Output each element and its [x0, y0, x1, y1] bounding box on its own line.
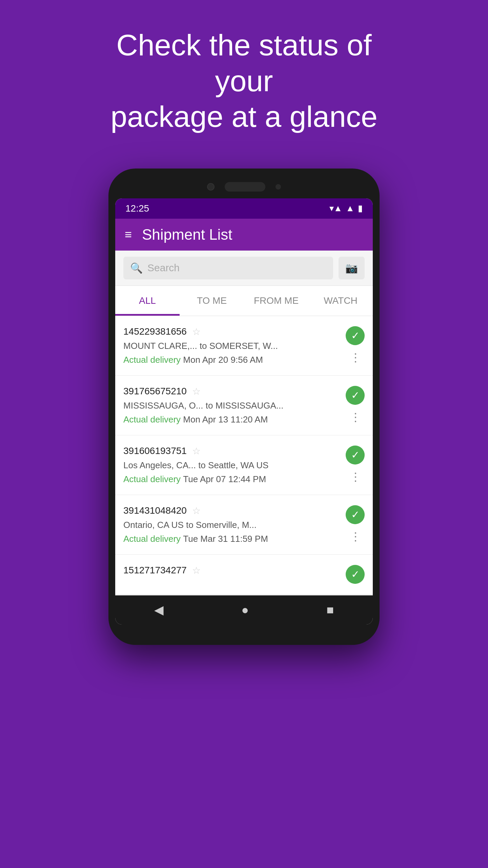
tracking-number: 391606193751	[123, 446, 187, 456]
delivered-check-icon: ✓	[346, 446, 365, 465]
shipment-item[interactable]: 145229381656 ☆ MOUNT CLARE,... to SOMERS…	[115, 316, 373, 376]
tracking-number: 391765675210	[123, 386, 187, 397]
delivered-check-icon: ✓	[346, 326, 365, 345]
phone-speaker	[225, 182, 265, 192]
nav-home-button[interactable]: ●	[241, 603, 249, 617]
status-icons: ▾▲ ▲ ▮	[329, 203, 363, 214]
tracking-number: 151271734277	[123, 565, 187, 576]
app-toolbar: ≡ Shipment List	[115, 219, 373, 251]
item-right: ✓ ⋮	[346, 505, 365, 543]
item-right: ✓	[346, 565, 365, 584]
shipment-info: 391606193751 ☆ Los Angeles, CA... to Sea…	[123, 446, 340, 485]
item-right: ✓ ⋮	[346, 386, 365, 424]
shipment-info: 391431048420 ☆ Ontario, CA US to Somervi…	[123, 505, 340, 544]
shipment-header: 151271734277 ☆	[123, 565, 340, 576]
shipment-header: 391431048420 ☆	[123, 505, 340, 516]
wifi-icon: ▾▲	[329, 203, 343, 214]
item-right: ✓ ⋮	[346, 446, 365, 484]
tab-from-me[interactable]: FROM ME	[244, 286, 308, 316]
hero-line2: package at a glance	[110, 100, 378, 133]
star-icon[interactable]: ☆	[192, 386, 201, 397]
route-text: Los Angeles, CA... to Seattle, WA US	[123, 460, 340, 471]
shipment-list: 145229381656 ☆ MOUNT CLARE,... to SOMERS…	[115, 316, 373, 594]
search-bar: 🔍 Search 📷	[115, 251, 373, 286]
delivery-status: Actual delivery Tue Mar 31 11:59 PM	[123, 534, 340, 544]
star-icon[interactable]: ☆	[192, 446, 201, 457]
shipment-item[interactable]: 391431048420 ☆ Ontario, CA US to Somervi…	[115, 495, 373, 555]
front-camera	[207, 183, 215, 191]
route-text: MISSISSAUGA, O... to MISSISSAUGA...	[123, 400, 340, 411]
more-options-button[interactable]: ⋮	[350, 470, 361, 484]
shipment-item[interactable]: 151271734277 ☆ ✓	[115, 555, 373, 594]
tracking-number: 145229381656	[123, 326, 187, 337]
phone-nav-bar: ◀ ● ■	[115, 595, 373, 625]
more-options-button[interactable]: ⋮	[350, 530, 361, 543]
item-right: ✓ ⋮	[346, 326, 365, 364]
more-options-button[interactable]: ⋮	[350, 351, 361, 364]
shipment-info: 151271734277 ☆	[123, 565, 340, 579]
shipment-header: 145229381656 ☆	[123, 326, 340, 337]
search-icon: 🔍	[130, 262, 143, 274]
toolbar-title: Shipment List	[142, 226, 232, 243]
route-text: Ontario, CA US to Somerville, M...	[123, 520, 340, 530]
delivery-status: Actual delivery Tue Apr 07 12:44 PM	[123, 474, 340, 485]
tab-watch[interactable]: WATCH	[308, 286, 373, 316]
delivered-check-icon: ✓	[346, 386, 365, 405]
star-icon[interactable]: ☆	[192, 505, 201, 516]
status-bar: 12:25 ▾▲ ▲ ▮	[115, 198, 373, 219]
route-text: MOUNT CLARE,... to SOMERSET, W...	[123, 341, 340, 351]
shipment-header: 391765675210 ☆	[123, 386, 340, 397]
tab-bar: ALL TO ME FROM ME WATCH	[115, 286, 373, 316]
nav-back-button[interactable]: ◀	[154, 603, 164, 617]
nav-recent-button[interactable]: ■	[327, 603, 334, 617]
star-icon[interactable]: ☆	[192, 565, 201, 576]
hamburger-menu-icon[interactable]: ≡	[125, 228, 132, 242]
hero-line1: Check the status of your	[116, 28, 371, 98]
phone-screen: 12:25 ▾▲ ▲ ▮ ≡ Shipment List 🔍 Search 📷	[115, 198, 373, 625]
battery-icon: ▮	[358, 203, 363, 214]
camera-icon: 📷	[345, 262, 358, 274]
tracking-number: 391431048420	[123, 505, 187, 516]
shipment-info: 391765675210 ☆ MISSISSAUGA, O... to MISS…	[123, 386, 340, 425]
hero-text: Check the status of your package at a gl…	[92, 27, 396, 135]
shipment-header: 391606193751 ☆	[123, 446, 340, 457]
search-input[interactable]: Search	[147, 262, 180, 274]
status-time: 12:25	[125, 203, 149, 214]
delivery-status: Actual delivery Mon Apr 20 9:56 AM	[123, 355, 340, 365]
delivered-check-icon: ✓	[346, 565, 365, 584]
tab-all[interactable]: ALL	[115, 286, 180, 316]
proximity-sensor	[276, 184, 281, 190]
phone-top-bar	[115, 182, 373, 192]
delivery-status: Actual delivery Mon Apr 13 11:20 AM	[123, 414, 340, 425]
signal-icon: ▲	[346, 203, 354, 214]
shipment-item[interactable]: 391606193751 ☆ Los Angeles, CA... to Sea…	[115, 435, 373, 495]
camera-button[interactable]: 📷	[339, 257, 365, 279]
shipment-item[interactable]: 391765675210 ☆ MISSISSAUGA, O... to MISS…	[115, 376, 373, 435]
phone-device: 12:25 ▾▲ ▲ ▮ ≡ Shipment List 🔍 Search 📷	[108, 169, 380, 645]
shipment-info: 145229381656 ☆ MOUNT CLARE,... to SOMERS…	[123, 326, 340, 365]
more-options-button[interactable]: ⋮	[350, 410, 361, 424]
delivered-check-icon: ✓	[346, 505, 365, 524]
search-input-container[interactable]: 🔍 Search	[123, 257, 333, 279]
star-icon[interactable]: ☆	[192, 326, 201, 337]
tab-to-me[interactable]: TO ME	[180, 286, 244, 316]
